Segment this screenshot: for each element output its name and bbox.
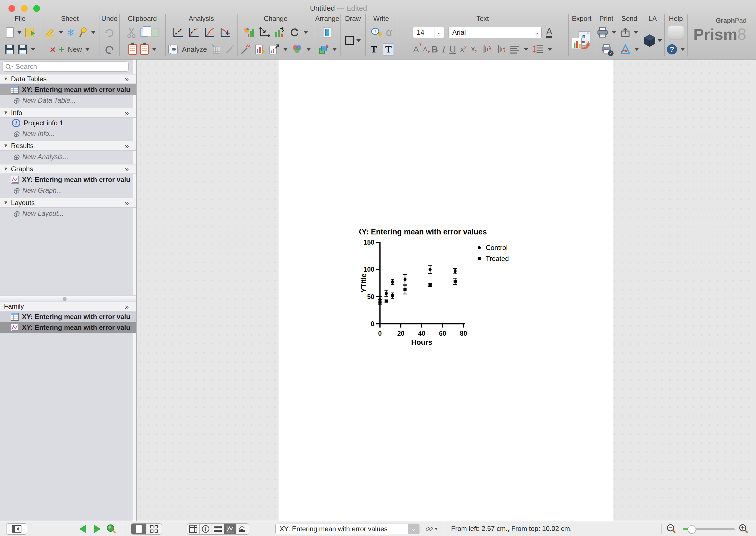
sidebar-item-new-layout[interactable]: ⊕ New Layout... (0, 208, 136, 219)
labarchives-icon[interactable] (643, 34, 656, 48)
duplicate-icon[interactable] (151, 28, 158, 37)
section-header-family[interactable]: Family » (0, 302, 136, 311)
zoom-window-button[interactable] (33, 5, 40, 12)
greek-alpha-icon[interactable]: α (386, 27, 392, 38)
section-header-info[interactable]: ▼ Info » (0, 108, 136, 117)
linked-sheets-button[interactable] (425, 523, 438, 535)
cut-icon[interactable] (126, 27, 137, 38)
zoom-slider-knob[interactable] (688, 525, 696, 533)
sidebar-collapse-button[interactable] (6, 523, 27, 535)
family-splitter[interactable] (0, 295, 136, 302)
change-graph-type-icon[interactable] (243, 27, 255, 38)
new-file-icon[interactable] (6, 27, 14, 38)
group-rotate-icon[interactable] (318, 44, 329, 55)
colors-dropdown[interactable] (306, 48, 311, 51)
magic-wand-icon[interactable] (224, 44, 235, 55)
sheet-selector-chevron[interactable]: ⌄ (408, 524, 419, 534)
add-info-note-icon[interactable]: i (370, 27, 382, 38)
rotate-text-right-icon[interactable] (496, 44, 505, 55)
section-header-data-tables[interactable]: ▼ Data Tables » (0, 74, 136, 84)
add-data-to-graph-icon[interactable] (254, 44, 265, 55)
nonlinear-fit-icon[interactable] (187, 26, 200, 38)
expand-section-icon[interactable]: » (125, 75, 128, 84)
graph-page[interactable]: XY: Entering mean with error values05010… (278, 59, 613, 521)
la-dropdown[interactable] (658, 39, 662, 42)
sidebar-item-project-info[interactable]: i Project info 1 (0, 117, 136, 128)
view-results-button[interactable] (212, 523, 224, 534)
data-grid-icon[interactable] (211, 44, 221, 55)
search-field[interactable] (2, 61, 129, 72)
nav-forward-button[interactable] (93, 523, 102, 535)
analyze-icon[interactable] (167, 44, 179, 55)
expand-section-icon[interactable]: » (125, 199, 128, 208)
pin-sheet-icon[interactable] (78, 27, 88, 38)
close-window-button[interactable] (9, 5, 15, 12)
text-box-tool-icon[interactable]: T (383, 43, 394, 55)
paste-special-icon[interactable] (140, 44, 149, 55)
copy-icon[interactable] (141, 28, 148, 37)
view-gallery-button[interactable] (147, 523, 162, 534)
font-size-chevron[interactable]: ⌄ (434, 27, 444, 38)
view-info-button[interactable] (200, 523, 212, 534)
rotate-dropdown[interactable] (304, 31, 308, 34)
subscript-icon[interactable]: x2 (471, 44, 477, 55)
font-family-chevron[interactable]: ⌄ (532, 27, 541, 38)
view-graph-button[interactable] (224, 523, 237, 534)
view-single-page-button[interactable] (131, 523, 147, 534)
nav-back-button[interactable] (79, 523, 87, 535)
sidebar-item-new-analysis[interactable]: ⊕ New Analysis... (0, 151, 136, 162)
paste-dropdown[interactable] (152, 48, 156, 51)
superscript-icon[interactable]: x2 (460, 45, 467, 54)
bold-icon[interactable]: B (431, 44, 438, 55)
sidebar-item-new-data-table[interactable]: ⊕ New Data Table... (0, 95, 136, 106)
collapse-triangle-icon[interactable]: ▼ (3, 143, 8, 149)
font-size-select[interactable]: 14 ⌄ (413, 27, 444, 38)
expand-section-icon[interactable]: » (125, 109, 128, 117)
redo-icon[interactable] (104, 27, 115, 38)
link-dropdown[interactable] (434, 528, 438, 530)
print-icon[interactable] (597, 27, 608, 38)
align-text-icon[interactable] (509, 45, 520, 53)
save-dropdown[interactable] (31, 48, 35, 51)
change-colors-icon[interactable] (291, 44, 303, 55)
send-to-app-icon[interactable] (620, 44, 631, 55)
section-header-results[interactable]: ▼ Results » (0, 141, 136, 151)
new-sheet-label[interactable]: New (68, 46, 82, 53)
resize-dropdown[interactable] (283, 48, 288, 51)
change-data-arrangement-icon[interactable] (274, 27, 285, 38)
draw-shape-icon[interactable] (345, 36, 354, 45)
rotate-graph-icon[interactable] (289, 27, 300, 38)
expand-section-icon[interactable]: » (125, 302, 128, 311)
change-axes-icon[interactable] (258, 27, 270, 38)
pin-dropdown[interactable] (91, 31, 96, 34)
open-import-icon[interactable] (25, 28, 34, 37)
font-color-icon[interactable]: A (546, 27, 552, 38)
line-spacing-icon[interactable] (533, 45, 543, 54)
search-input[interactable] (2, 61, 129, 72)
italic-icon[interactable]: I (442, 44, 445, 55)
increase-font-icon[interactable]: A▼ (413, 45, 419, 54)
rename-sheet-icon[interactable] (44, 27, 55, 38)
sidebar-item-new-graph[interactable]: ⊕ New Graph... (0, 185, 136, 196)
sidebar-item-new-info[interactable]: ⊕ New Info... (0, 128, 136, 139)
collapse-triangle-icon[interactable]: ▼ (3, 166, 8, 172)
underline-icon[interactable]: U (449, 44, 456, 55)
help-icon[interactable]: ? (667, 44, 677, 54)
splitter-handle[interactable] (63, 297, 67, 301)
view-data-table-button[interactable] (187, 523, 200, 534)
view-layout-button[interactable] (236, 523, 249, 534)
undo-icon[interactable] (104, 44, 115, 55)
collapse-triangle-icon[interactable]: ▼ (3, 110, 8, 116)
new-sheet-icon[interactable]: + (59, 45, 64, 54)
delete-sheet-icon[interactable]: × (50, 45, 55, 54)
font-family-select[interactable]: Arial ⌄ (448, 27, 542, 38)
new-sheet-dropdown[interactable] (85, 48, 90, 51)
paste-icon[interactable] (128, 44, 137, 55)
rename-dropdown[interactable] (59, 31, 63, 34)
send-dropdown[interactable] (635, 48, 639, 51)
collapse-triangle-icon[interactable]: ▼ (3, 200, 8, 206)
section-header-layouts[interactable]: ▼ Layouts » (0, 198, 136, 208)
align-objects-icon[interactable] (322, 26, 333, 38)
resize-graph-icon[interactable] (269, 44, 280, 55)
arrange-dropdown[interactable] (332, 48, 337, 51)
